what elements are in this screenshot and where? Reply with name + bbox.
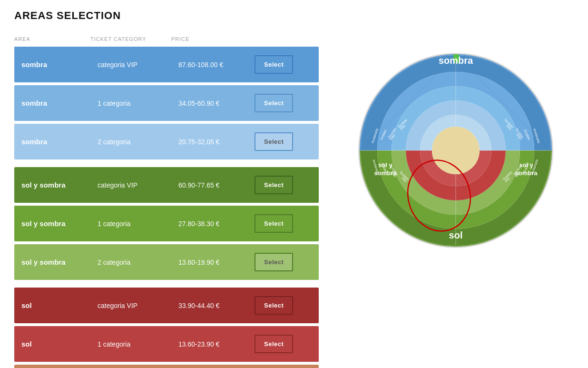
table-section: AREA TICKET CATEGORY PRICE sombra catego… [14,36,319,368]
row-group-1: sol y sombra categoria VIP 60.90-77.65 €… [14,167,319,280]
select-button-sombra-2[interactable]: Select [255,132,293,151]
row-action-sombra-vip: Select [255,55,293,74]
svg-text:sol: sol [449,230,463,240]
row-area-solysombra-2: sol y sombra [21,258,98,266]
row-category-sombra-vip: categoria VIP [98,61,178,69]
header-price: PRICE [171,36,247,42]
select-button-sol-1[interactable]: Select [255,335,293,353]
row-area-sombra-1: sombra [21,99,98,107]
header-category: TICKET CATEGORY [90,36,171,42]
row-area-solysombra-vip: sol y sombra [21,181,98,189]
ticket-row-solysombra-1: sol y sombra 1 categoria 27.80-38.30 € S… [14,206,319,241]
row-action-sombra-2: Select [255,132,293,151]
ticket-row-sol-vip: sol categoria VIP 33.90-44.40 € Select [14,288,319,323]
ticket-row-sol-2: sol 2 categoria 7.65-11.70 € Select [14,365,319,368]
ticket-row-sombra-2: sombra 2 categoria 20.75-32.05 € Select [14,124,319,159]
row-area-sol-1: sol [21,340,98,348]
row-price-solysombra-1: 27.80-38.30 € [178,220,255,228]
select-button-sombra-vip[interactable]: Select [255,55,293,74]
row-category-solysombra-1: 1 categoria [98,220,178,228]
row-group-0: sombra categoria VIP 87.60-108.00 € Sele… [14,47,319,159]
row-area-solysombra-1: sol y sombra [21,219,98,228]
ticket-row-solysombra-vip: sol y sombra categoria VIP 60.90-77.65 €… [14,167,319,203]
row-price-sombra-vip: 87.60-108.00 € [178,61,255,69]
row-area-sol-vip: sol [21,301,98,309]
row-price-sombra-1: 34.05-60.90 € [178,99,255,107]
row-action-sombra-1: Select [255,94,293,112]
row-action-sol-1: Select [255,335,293,353]
row-price-sol-vip: 33.90-44.40 € [178,302,255,309]
row-action-sol-vip: Select [255,296,293,315]
arena-section: sombra sol y sombra sol y sombra sol Ten… [338,36,574,250]
row-area-sombra-2: sombra [21,138,98,146]
select-button-solysombra-1[interactable]: Select [255,214,293,233]
page-title: AREAS SELECTION [14,10,574,22]
ticket-row-solysombra-2: sol y sombra 2 categoria 13.60-19.90 € S… [14,244,319,280]
row-price-sombra-2: 20.75-32.05 € [178,138,255,146]
select-button-solysombra-vip[interactable]: Select [255,176,293,194]
row-category-solysombra-vip: categoria VIP [98,181,178,189]
row-price-sol-1: 13.60-23.90 € [178,340,255,348]
header-area: AREA [14,36,90,42]
ticket-row-sombra-1: sombra 1 categoria 34.05-60.90 € Select [14,85,319,121]
column-headers: AREA TICKET CATEGORY PRICE [14,36,319,47]
rows-container: sombra categoria VIP 87.60-108.00 € Sele… [14,47,319,368]
row-category-sol-1: 1 categoria [98,340,178,348]
main-layout: AREA TICKET CATEGORY PRICE sombra catego… [14,36,574,368]
ticket-row-sombra-vip: sombra categoria VIP 87.60-108.00 € Sele… [14,47,319,82]
select-button-solysombra-2[interactable]: Select [255,253,293,271]
row-category-sombra-2: 2 categoria [98,138,178,146]
row-action-solysombra-1: Select [255,214,293,233]
row-category-solysombra-2: 2 categoria [98,259,178,266]
row-category-sombra-1: 1 categoria [98,99,178,107]
row-action-solysombra-vip: Select [255,176,293,194]
row-category-sol-vip: categoria VIP [98,302,178,309]
row-price-solysombra-2: 13.60-19.90 € [178,259,255,266]
row-group-2: sol categoria VIP 33.90-44.40 € Select s… [14,288,319,368]
header-action [247,36,304,42]
row-action-solysombra-2: Select [255,253,293,271]
svg-text:sombra: sombra [439,55,473,66]
select-button-sombra-1[interactable]: Select [255,94,293,112]
ticket-row-sol-1: sol 1 categoria 13.60-23.90 € Select [14,326,319,362]
row-area-sombra-vip: sombra [21,60,98,69]
row-price-solysombra-vip: 60.90-77.65 € [178,181,255,189]
arena-diagram: sombra sol y sombra sol y sombra sol Ten… [356,50,556,250]
select-button-sol-vip[interactable]: Select [255,296,293,315]
